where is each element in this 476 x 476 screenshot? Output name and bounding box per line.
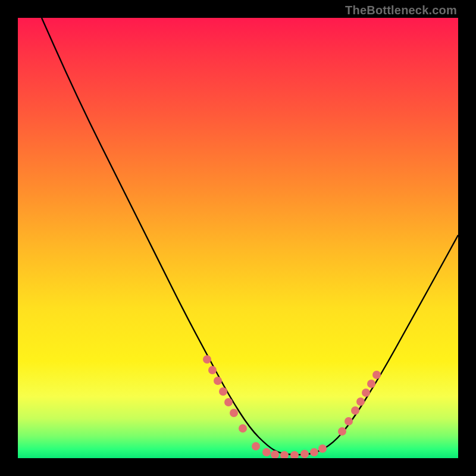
chart-frame: TheBottleneck.com	[0, 0, 476, 476]
data-marker	[345, 417, 353, 425]
data-marker	[252, 442, 260, 450]
data-marker	[239, 424, 247, 433]
data-marker	[280, 451, 289, 458]
watermark-text: TheBottleneck.com	[345, 4, 457, 17]
data-marker	[208, 366, 217, 374]
data-marker	[338, 427, 346, 436]
marker-group	[203, 355, 381, 458]
data-marker	[367, 380, 375, 388]
data-marker	[230, 409, 238, 417]
data-marker	[362, 389, 370, 397]
data-marker	[224, 398, 233, 406]
data-marker	[219, 387, 227, 396]
data-marker	[290, 451, 299, 458]
data-marker	[310, 448, 318, 456]
data-marker	[300, 450, 309, 458]
data-marker	[351, 406, 359, 415]
data-marker	[214, 377, 222, 385]
data-marker	[318, 444, 327, 453]
data-marker	[356, 397, 365, 406]
data-marker	[203, 355, 211, 364]
data-marker	[372, 371, 381, 379]
chart-svg	[18, 18, 458, 458]
data-marker	[262, 448, 271, 456]
bottleneck-curve	[42, 18, 458, 455]
